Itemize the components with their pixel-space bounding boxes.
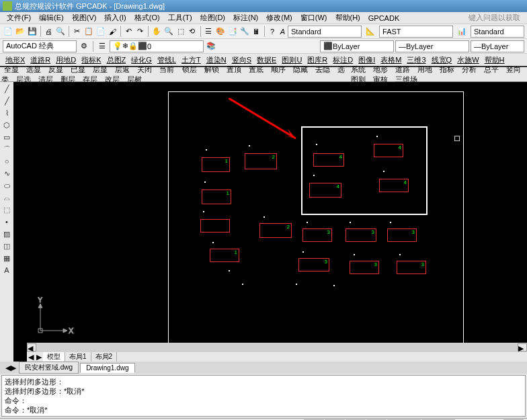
- table-icon[interactable]: ▦: [1, 253, 12, 263]
- menu-gpcadk[interactable]: GPCADK: [364, 14, 403, 22]
- cmd-shown[interactable]: 已显: [68, 64, 88, 75]
- menu-edit[interactable]: 编辑(E): [35, 13, 68, 23]
- cmd2-terrain[interactable]: 地形: [370, 64, 391, 75]
- tab-model[interactable]: 模型: [43, 352, 65, 362]
- cmd-showinv[interactable]: 反显: [46, 64, 66, 75]
- pline-icon[interactable]: ⌇: [1, 108, 12, 118]
- cmd-showsel[interactable]: 选显: [24, 64, 44, 75]
- paste-icon[interactable]: 📄: [95, 26, 106, 38]
- cmd-back[interactable]: 置底: [246, 64, 266, 75]
- workspace-combo[interactable]: AutoCAD 经典: [3, 40, 77, 52]
- building-rect[interactable]: 4: [309, 183, 341, 198]
- building-rect[interactable]: 1: [210, 249, 239, 262]
- menu-draw[interactable]: 绘图(D): [196, 13, 229, 23]
- hatch-icon[interactable]: ▨: [1, 228, 12, 239]
- tab-layout2[interactable]: 布局2: [91, 352, 118, 362]
- props-icon[interactable]: ☰: [203, 26, 213, 38]
- menu-help[interactable]: 帮助(H): [331, 13, 364, 23]
- redo-icon[interactable]: ↷: [135, 26, 145, 38]
- preview-icon[interactable]: 🔍: [55, 26, 66, 38]
- cmd-locklayer[interactable]: 锁层: [179, 64, 200, 75]
- cmd2-analysis[interactable]: 分析: [459, 64, 479, 75]
- building-rect[interactable]: 3: [350, 261, 379, 274]
- lineweight-combo[interactable]: — ByLayer: [471, 40, 524, 52]
- file-tab-2[interactable]: Drawing1.dwg: [80, 363, 134, 373]
- cmd-current[interactable]: 当前: [157, 64, 177, 75]
- file-tab-1[interactable]: 民安村竖域.dwg: [19, 362, 79, 374]
- point-icon[interactable]: •: [1, 216, 12, 227]
- cmd-close[interactable]: 关闭: [134, 64, 155, 75]
- save-icon[interactable]: 💾: [27, 26, 38, 38]
- cut-icon[interactable]: ✂: [72, 26, 82, 38]
- menu-tools[interactable]: 工具(T): [164, 13, 196, 23]
- cmd-hide[interactable]: 隐藏: [290, 64, 311, 75]
- arc-icon[interactable]: ⌒: [1, 144, 12, 155]
- cmd2-system[interactable]: 系统: [348, 64, 368, 75]
- building-rect[interactable]: 1: [202, 157, 230, 172]
- building-rect[interactable]: 3: [387, 228, 417, 242]
- building-rect[interactable]: 3: [397, 261, 426, 274]
- cmd2-vertical[interactable]: 竖向: [503, 64, 524, 75]
- copy-icon[interactable]: 📋: [83, 26, 94, 38]
- layer-state-icon[interactable]: 📚: [205, 40, 217, 52]
- xline-icon[interactable]: ╱: [1, 95, 12, 106]
- building-rect[interactable]: 3: [298, 258, 329, 271]
- color-combo[interactable]: ⬛ ByLayer: [320, 40, 394, 52]
- cmd2-land[interactable]: 用地: [415, 64, 435, 75]
- menu-window[interactable]: 窗口(W): [296, 13, 331, 23]
- building-rect[interactable]: 4: [374, 144, 403, 157]
- textstyle-combo[interactable]: Standard: [288, 26, 362, 38]
- polygon-icon[interactable]: ⬡: [1, 120, 12, 130]
- building-rect[interactable]: [200, 219, 230, 233]
- menu-dimension[interactable]: 标注(N): [229, 13, 262, 23]
- pan-icon[interactable]: ✋: [151, 26, 162, 38]
- building-rect[interactable]: 1: [202, 190, 231, 204]
- design-icon[interactable]: 🎨: [215, 26, 226, 38]
- match-icon[interactable]: 🖌: [108, 26, 118, 38]
- layer-props-icon[interactable]: ☰: [96, 40, 108, 52]
- print-icon[interactable]: 🖨: [44, 26, 54, 38]
- undo-icon[interactable]: ↶: [124, 26, 134, 38]
- block-icon[interactable]: ⬚: [1, 204, 12, 215]
- line-icon[interactable]: ╱: [1, 83, 12, 94]
- tablestyle-combo[interactable]: Standard: [471, 26, 524, 38]
- building-rect[interactable]: 2: [259, 223, 292, 238]
- hscrollbar[interactable]: ◀▶: [27, 343, 527, 352]
- building-rect[interactable]: 3: [302, 228, 332, 242]
- building-rect[interactable]: 3: [346, 228, 376, 242]
- zoomprev-icon[interactable]: ⟲: [187, 26, 197, 38]
- zoomwin-icon[interactable]: ⬚: [175, 26, 186, 38]
- spline-icon[interactable]: ∿: [1, 168, 12, 179]
- layer-combo[interactable]: 💡❄🔒⬛ 0: [110, 40, 204, 52]
- cmd-front[interactable]: 置顶: [224, 64, 244, 75]
- ellipse-icon[interactable]: ⬭: [1, 180, 12, 191]
- cmd2-road[interactable]: 道路: [393, 64, 413, 75]
- cmd2-index[interactable]: 指标: [437, 64, 457, 75]
- region-icon[interactable]: ◫: [1, 241, 12, 251]
- menu-insert[interactable]: 插入(I): [100, 13, 130, 23]
- rect-icon[interactable]: ▭: [1, 132, 12, 142]
- ellarc-icon[interactable]: ⌓: [1, 192, 12, 203]
- text-icon[interactable]: A: [1, 265, 12, 276]
- cmd-unlock[interactable]: 解锁: [202, 64, 222, 75]
- dimstyle-combo[interactable]: FAST: [379, 26, 453, 38]
- zoom-icon[interactable]: 🔍: [163, 26, 174, 38]
- command-window[interactable]: 选择封闭多边形： 选择封闭多边形：*取消* 命令： 命令：*取消* 命令：: [1, 375, 526, 417]
- help-icon[interactable]: ?: [268, 26, 278, 38]
- cmd-showall[interactable]: 全显: [1, 64, 22, 75]
- drawing-canvas[interactable]: X Y ◀▶ ◀▶ 模型 布局1 布局2 124414423331333: [13, 82, 527, 362]
- building-rect[interactable]: 4: [379, 179, 409, 192]
- cmd-layerret[interactable]: 层返: [112, 64, 132, 75]
- quick-access-input[interactable]: 键入问题以获取: [464, 13, 524, 23]
- building-rect[interactable]: 4: [313, 153, 344, 167]
- new-icon[interactable]: 📄: [3, 26, 13, 38]
- menu-modify[interactable]: 修改(M): [262, 13, 296, 23]
- tab-layout1[interactable]: 布局1: [65, 352, 91, 362]
- cmd-order[interactable]: 顺序: [268, 64, 288, 75]
- circle-icon[interactable]: ○: [1, 156, 12, 167]
- tool-icon[interactable]: 🔧: [239, 26, 250, 38]
- menu-format[interactable]: 格式(O): [130, 13, 164, 23]
- open-icon[interactable]: 📂: [15, 26, 26, 38]
- ws-settings-icon[interactable]: ⚙: [78, 40, 90, 52]
- building-rect[interactable]: 2: [245, 153, 277, 169]
